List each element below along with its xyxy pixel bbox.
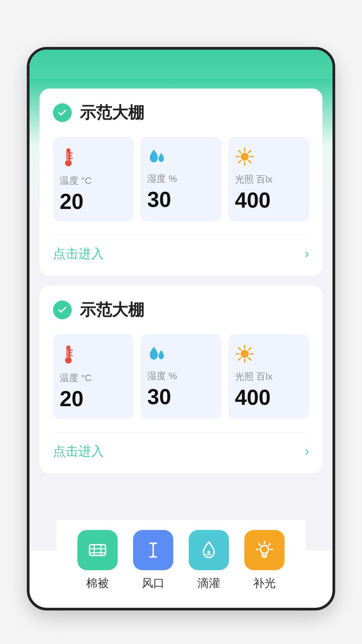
light-label: 补光 — [253, 576, 276, 591]
sensor-item-light-2: 光照 百lx400 — [228, 334, 309, 419]
sensor-value-light-2: 400 — [235, 386, 271, 409]
sensor-item-temperature-1: 温度 °C20 — [53, 137, 134, 221]
vent-icon — [133, 530, 173, 570]
phone-content: 示范大棚 温度 °C20 湿度 %30 光照 百lx4 — [29, 78, 333, 608]
svg-point-36 — [260, 545, 268, 553]
vent-label: 风口 — [142, 576, 165, 591]
greenhouse-card-1[interactable]: 示范大棚 温度 °C20 湿度 %30 光照 百lx4 — [40, 89, 322, 276]
sensor-item-light-1: 光照 百lx400 — [228, 137, 309, 221]
card-name-1: 示范大棚 — [80, 102, 144, 123]
sensor-grid-2: 温度 °C20 湿度 %30 光照 百lx400 — [53, 334, 309, 419]
sensor-grid-1: 温度 °C20 湿度 %30 光照 百lx400 — [53, 137, 309, 221]
bottom-bar: 棉被 风口 滴灌 补光 — [56, 520, 306, 608]
enter-link-1[interactable]: 点击进入› — [53, 235, 309, 262]
sensor-value-light-1: 400 — [235, 189, 271, 212]
check-circle-1[interactable] — [53, 103, 72, 122]
svg-line-41 — [259, 544, 260, 545]
blanket-label: 棉被 — [86, 576, 109, 591]
thermometer-icon-1 — [60, 147, 77, 170]
content-area: 示范大棚 温度 °C20 湿度 %30 光照 百lx4 — [29, 78, 333, 550]
svg-point-35 — [207, 551, 210, 553]
sensor-label-light-1: 光照 百lx — [235, 173, 273, 186]
thermometer-icon-2 — [60, 344, 77, 368]
svg-rect-30 — [89, 545, 106, 555]
svg-point-1 — [65, 160, 72, 166]
action-item-blanket[interactable]: 棉被 — [77, 530, 118, 591]
svg-line-26 — [239, 348, 241, 350]
svg-rect-17 — [67, 350, 68, 358]
sensor-item-humidity-1: 湿度 %30 — [140, 137, 221, 221]
card-header-1: 示范大棚 — [53, 102, 309, 123]
sensor-item-temperature-2: 温度 °C20 — [53, 334, 134, 419]
sensor-value-temperature-2: 20 — [60, 387, 83, 411]
card-header-2: 示范大棚 — [53, 299, 309, 321]
greenhouse-card-2[interactable]: 示范大棚 温度 °C20 湿度 %30 光照 百lx4 — [40, 286, 322, 473]
sun-icon-1 — [235, 147, 254, 169]
drip-icon — [189, 530, 229, 570]
svg-line-13 — [249, 151, 251, 153]
svg-point-21 — [241, 350, 249, 358]
action-item-light[interactable]: 补光 — [244, 530, 285, 591]
top-bar — [29, 50, 333, 78]
svg-line-27 — [249, 358, 251, 360]
action-item-drip[interactable]: 滴灌 — [189, 530, 229, 591]
svg-line-29 — [239, 358, 241, 360]
phone-frame: 示范大棚 温度 °C20 湿度 %30 光照 百lx4 — [27, 47, 335, 610]
action-item-vent[interactable]: 风口 — [133, 530, 173, 591]
drop-icon-2 — [147, 344, 169, 366]
svg-point-6 — [241, 153, 249, 161]
sensor-item-humidity-2: 湿度 %30 — [140, 334, 221, 419]
drip-label: 滴灌 — [197, 576, 220, 591]
enter-arrow-icon-2: › — [305, 444, 309, 459]
svg-rect-2 — [67, 152, 68, 161]
svg-line-11 — [239, 151, 241, 153]
sun-icon-2 — [235, 344, 254, 366]
blanket-icon — [77, 530, 118, 570]
card-name-2: 示范大棚 — [80, 299, 144, 321]
check-circle-2[interactable] — [53, 301, 72, 319]
sensor-label-light-2: 光照 百lx — [235, 370, 273, 383]
svg-line-12 — [249, 161, 251, 163]
svg-point-16 — [65, 357, 72, 364]
enter-text-1: 点击进入 — [53, 245, 104, 262]
sensor-value-humidity-2: 30 — [147, 385, 171, 409]
enter-link-2[interactable]: 点击进入› — [53, 432, 309, 460]
svg-line-42 — [269, 544, 270, 545]
svg-line-28 — [249, 348, 251, 350]
page-title — [0, 0, 362, 47]
light-icon — [244, 530, 285, 570]
sensor-value-temperature-1: 20 — [60, 190, 83, 213]
sensor-value-humidity-1: 30 — [147, 188, 171, 211]
sensor-label-temperature-2: 温度 °C — [60, 372, 92, 384]
enter-text-2: 点击进入 — [53, 443, 104, 460]
sensor-label-humidity-2: 湿度 % — [147, 370, 177, 382]
sensor-label-temperature-1: 温度 °C — [60, 174, 92, 187]
drop-icon-1 — [147, 147, 169, 168]
enter-arrow-icon-1: › — [305, 247, 309, 261]
svg-line-14 — [239, 161, 241, 163]
sensor-label-humidity-1: 湿度 % — [147, 172, 177, 185]
